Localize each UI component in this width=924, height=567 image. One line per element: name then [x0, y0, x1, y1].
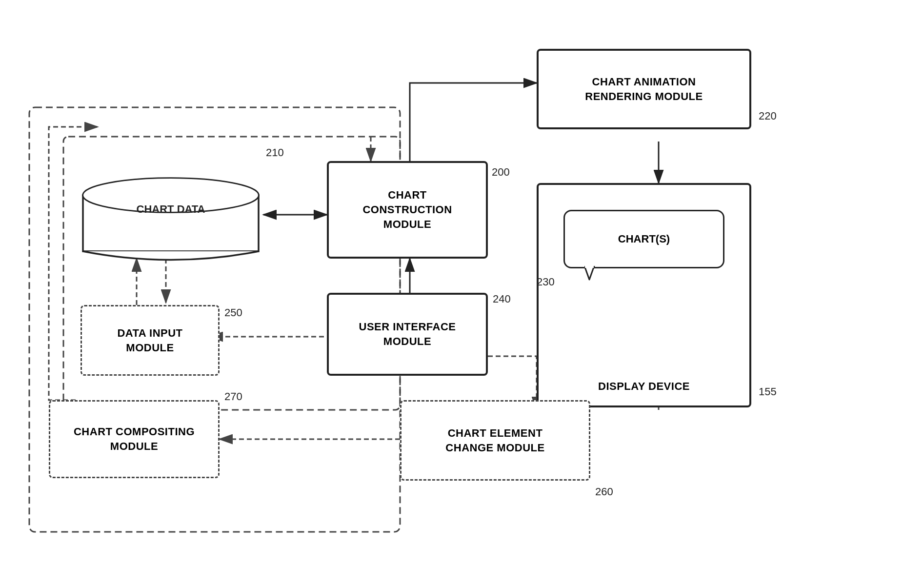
svg-rect-7	[585, 266, 594, 268]
label-250: 250	[224, 306, 242, 319]
label-240: 240	[493, 293, 511, 305]
data-input-module-label: DATA INPUT MODULE	[117, 326, 182, 355]
label-210: 210	[266, 146, 284, 159]
chart-construction-module-box: CHART CONSTRUCTION MODULE	[327, 161, 488, 259]
label-155: 155	[759, 385, 777, 398]
chart-compositing-module-box: CHART COMPOSITING MODULE	[49, 400, 220, 478]
label-230: 230	[537, 276, 555, 288]
user-interface-module-box: USER INTERFACE MODULE	[327, 293, 488, 376]
chart-construction-module-label: CHART CONSTRUCTION MODULE	[362, 188, 452, 231]
label-270: 270	[224, 390, 242, 403]
chart-element-change-module-box: CHART ELEMENT CHANGE MODULE	[400, 400, 590, 481]
data-input-module-box: DATA INPUT MODULE	[80, 305, 220, 376]
label-260: 260	[595, 486, 613, 498]
chart-data-label: CHART DATA	[80, 202, 261, 217]
user-interface-module-label: USER INTERFACE MODULE	[359, 320, 456, 348]
display-device-label: DISPLAY DEVICE	[539, 380, 749, 394]
speech-bubble-tail	[584, 266, 609, 281]
arrows-svg	[0, 0, 924, 567]
chart-data-cylinder: CHART DATA	[80, 176, 261, 261]
chart-compositing-module-label: CHART COMPOSITING MODULE	[74, 425, 195, 453]
diagram-container: CHART ANIMATION RENDERING MODULE 220 DIS…	[0, 0, 924, 567]
chart-animation-rendering-module-label: CHART ANIMATION RENDERING MODULE	[585, 75, 703, 103]
label-220: 220	[759, 110, 777, 122]
label-200: 200	[492, 166, 510, 179]
charts-s-label: CHART(S)	[618, 233, 670, 245]
charts-s-box: CHART(S)	[563, 210, 724, 268]
cylinder-svg	[80, 176, 261, 261]
chart-animation-rendering-module-box: CHART ANIMATION RENDERING MODULE	[537, 49, 751, 129]
chart-element-change-module-label: CHART ELEMENT CHANGE MODULE	[445, 426, 544, 455]
